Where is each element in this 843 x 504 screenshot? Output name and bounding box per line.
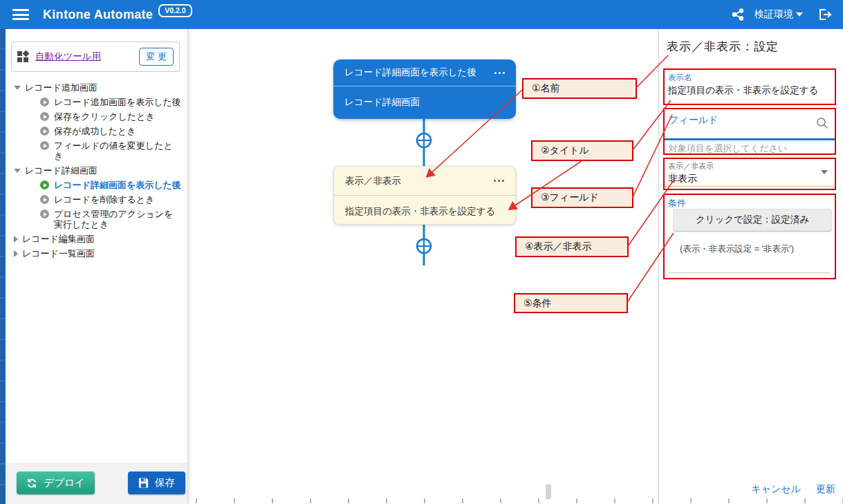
annotation-condition: ⑤条件 <box>514 293 628 313</box>
tree-group-record-detail[interactable]: レコード詳細画面 <box>14 163 187 178</box>
environment-label: 検証環境 <box>754 8 793 21</box>
tree-item[interactable]: プロセス管理のアクションを実行したとき <box>14 207 187 232</box>
search-icon[interactable] <box>815 116 829 133</box>
trigger-node[interactable]: レコード詳細画面を表示した後 レコード詳細画面 <box>333 59 516 119</box>
tree-collapse-icon[interactable] <box>14 236 18 243</box>
tree-expand-icon[interactable] <box>14 169 21 173</box>
tree-item[interactable]: 保存をクリックしたとき <box>14 109 187 124</box>
annotation-field: ③フィールド <box>531 187 633 208</box>
add-node-button[interactable] <box>417 133 431 147</box>
panel-title: 表示／非表示：設定 <box>667 39 779 55</box>
cancel-link[interactable]: キャンセル <box>751 483 801 496</box>
share-icon[interactable] <box>731 8 745 21</box>
change-app-button[interactable]: 変 更 <box>139 48 174 66</box>
app-selector-box: 自動化ツール用 変 更 <box>11 41 180 72</box>
kintone-automate-app: Kintone Automate V0.2.0 検証環境 自動化ツール用 変 更 <box>0 0 843 504</box>
annotation-name: ①名前 <box>522 78 637 99</box>
action-node[interactable]: 表示／非表示 指定項目の表示・非表示を設定する <box>333 166 516 225</box>
logout-icon[interactable] <box>818 8 833 21</box>
condition-group: 条件 クリックで設定：設定済み (表示・非表示設定 = '非表示') <box>663 194 836 279</box>
sync-icon <box>26 478 37 489</box>
deploy-button[interactable]: デプロイ <box>17 472 95 494</box>
annotation-title: ②タイトル <box>531 140 633 161</box>
scrollbar-thumb[interactable] <box>546 484 551 499</box>
more-icon[interactable] <box>494 177 504 185</box>
tree-item[interactable]: 保存が成功したとき <box>14 124 187 138</box>
tree-item[interactable]: レコードを削除するとき <box>14 192 187 207</box>
play-icon <box>40 127 49 136</box>
visibility-label: 表示／非表示 <box>665 159 835 171</box>
event-tree: レコード追加画面 レコード追加画面を表示した後 保存をクリックしたとき 保存が成… <box>6 77 187 261</box>
action-node-subtitle: 指定項目の表示・非表示を設定する <box>334 196 515 227</box>
trigger-node-title: レコード詳細画面を表示した後 <box>344 66 476 79</box>
play-icon <box>40 141 49 150</box>
visibility-dropdown[interactable]: 表示／非表示 非表示 <box>663 158 836 190</box>
tree-item[interactable]: レコード追加画面を表示した後 <box>14 95 187 109</box>
app-icon <box>17 51 29 63</box>
display-name-value[interactable]: 指定項目の表示・非表示を設定する <box>665 84 835 97</box>
environment-selector[interactable]: 検証環境 <box>754 8 803 21</box>
floppy-disk-icon <box>138 478 149 488</box>
add-node-button[interactable] <box>417 239 431 253</box>
action-node-title: 表示／非表示 <box>345 175 401 187</box>
condition-set-button[interactable]: クリックで設定：設定済み <box>674 209 831 231</box>
field-label: フィールド <box>665 109 835 127</box>
more-icon[interactable] <box>494 69 505 77</box>
version-badge: V0.2.0 <box>158 4 192 17</box>
play-icon <box>40 209 49 218</box>
visibility-value: 非表示 <box>665 171 835 185</box>
save-button[interactable]: 保存 <box>128 472 185 494</box>
tree-group-record-edit[interactable]: レコード編集画面 <box>14 232 187 246</box>
condition-expression: (表示・非表示設定 = '非表示') <box>680 243 794 255</box>
update-link[interactable]: 更新 <box>816 483 835 496</box>
tree-item-selected[interactable]: レコード詳細画面を表示した後 <box>14 178 187 192</box>
sidebar-footer: デプロイ 保存 <box>6 463 187 504</box>
settings-panel: 表示／非表示：設定 表示名 指定項目の表示・非表示を設定する フィールド 対象項… <box>658 29 843 504</box>
display-name-field: 表示名 指定項目の表示・非表示を設定する <box>663 68 836 105</box>
field-input-underline[interactable] <box>665 138 835 140</box>
play-icon <box>40 195 49 204</box>
app-name-link[interactable]: 自動化ツール用 <box>35 50 101 63</box>
tree-item[interactable]: フィールドの値を変更したとき <box>14 138 187 163</box>
trigger-node-subtitle: レコード詳細画面 <box>333 86 516 118</box>
hamburger-menu-icon[interactable] <box>12 9 29 20</box>
tree-group-record-add[interactable]: レコード追加画面 <box>14 80 187 95</box>
annotation-visibility: ④表示／非表示 <box>515 236 629 257</box>
divider <box>668 272 831 273</box>
play-icon <box>40 97 49 106</box>
field-placeholder: 対象項目を選択してください <box>669 142 787 155</box>
tree-collapse-icon[interactable] <box>14 250 18 257</box>
condition-label: 条件 <box>665 195 835 209</box>
chevron-down-icon <box>796 12 803 17</box>
field-search-group: フィールド 対象項目を選択してください <box>663 108 836 155</box>
display-name-label: 表示名 <box>665 70 835 84</box>
divider <box>665 186 835 187</box>
tree-group-record-list[interactable]: レコード一覧画面 <box>14 246 187 261</box>
play-icon <box>40 112 49 121</box>
collapsed-nav-rail[interactable] <box>0 29 6 504</box>
app-title: Kintone Automate <box>43 8 153 22</box>
app-header: Kintone Automate V0.2.0 検証環境 <box>0 0 843 29</box>
chevron-down-icon[interactable] <box>821 170 828 174</box>
play-icon-active <box>40 180 49 189</box>
tree-expand-icon[interactable] <box>14 86 21 90</box>
sidebar: 自動化ツール用 変 更 レコード追加画面 レコード追加画面を表示した後 保存をク… <box>6 29 188 504</box>
